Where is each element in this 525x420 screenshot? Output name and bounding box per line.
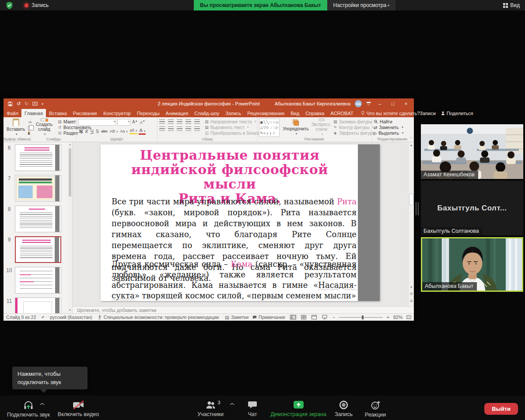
slide-thumbnail[interactable]: 6 bbox=[4, 144, 72, 171]
font-color-button[interactable]: А bbox=[139, 128, 146, 135]
view-settings-button[interactable]: Настройки просмотра bbox=[327, 0, 396, 10]
join-audio-button[interactable]: Подключить звук bbox=[4, 400, 52, 418]
previous-slide-button[interactable]: ⇈ bbox=[409, 292, 414, 296]
ribbon-display-options-icon[interactable] bbox=[366, 102, 371, 106]
align-left-button[interactable] bbox=[159, 126, 165, 131]
increase-indent-button[interactable] bbox=[186, 119, 191, 124]
font-size-combobox[interactable] bbox=[117, 119, 130, 126]
justify-button[interactable] bbox=[186, 126, 191, 131]
audio-options-chevron[interactable] bbox=[39, 402, 45, 406]
tab-review[interactable]: Рецензирование bbox=[244, 109, 287, 117]
slide-sorter-view-button[interactable] bbox=[300, 315, 308, 320]
columns-button[interactable] bbox=[194, 126, 200, 131]
account-name[interactable]: Абылханова Бакыт Киргизгалиевна bbox=[275, 101, 350, 106]
quick-styles-button[interactable]: Экспресс-стили bbox=[312, 119, 331, 136]
italic-button[interactable]: К bbox=[85, 129, 88, 134]
participant-tile-no-video[interactable]: Бахытгуль Солт... Бахытгуль Солтанова bbox=[421, 181, 523, 235]
tab-record[interactable]: Запись bbox=[222, 109, 244, 117]
paste-button[interactable]: Вставить bbox=[5, 119, 26, 136]
arrange-button[interactable]: Упорядочить bbox=[281, 119, 310, 136]
slide-thumbnail[interactable]: 10 bbox=[4, 267, 72, 294]
reading-view-button[interactable] bbox=[310, 315, 318, 320]
select-button[interactable]: ▷Выделить bbox=[374, 131, 403, 136]
slide-paragraph-2[interactable]: Другая космическая сила – Кама (санскр. … bbox=[112, 259, 357, 301]
undo-icon[interactable]: ↺ bbox=[17, 102, 21, 106]
customize-qat-icon[interactable]: ▾ bbox=[42, 102, 43, 105]
tab-help[interactable]: Справка bbox=[302, 109, 327, 117]
tab-acrobat[interactable]: ACROBAT bbox=[327, 109, 356, 117]
participant-video-tile-active-speaker[interactable]: Абылханова Бакыт bbox=[421, 237, 523, 292]
accessibility-check[interactable]: Специальные возможности: проверьте реком… bbox=[98, 315, 219, 320]
share-screen-button[interactable]: Демонстрация экрана bbox=[266, 400, 331, 417]
zoom-slider-thumb[interactable] bbox=[362, 315, 364, 319]
security-shield-icon[interactable] bbox=[6, 1, 13, 10]
language-indicator[interactable]: русский (Казахстан) bbox=[50, 315, 92, 320]
zoom-out-button[interactable]: − bbox=[332, 315, 335, 320]
bold-button[interactable]: Ж bbox=[78, 129, 84, 134]
zoom-in-button[interactable]: + bbox=[387, 315, 389, 320]
record-button[interactable]: Запись bbox=[332, 400, 356, 417]
highlight-color-button[interactable]: аб bbox=[130, 128, 138, 134]
shapes-gallery[interactable]: ▣╲╲□○▭ △▽◇→↓▷ ✎∿{}☆ bbox=[259, 119, 280, 137]
grow-font-button[interactable]: А▲ bbox=[132, 119, 138, 125]
tab-slideshow[interactable]: Слайд-шоу bbox=[191, 109, 222, 117]
reactions-button[interactable]: Реакции bbox=[361, 400, 389, 418]
tab-animations[interactable]: Анимация bbox=[163, 109, 192, 117]
tab-view[interactable]: Вид bbox=[287, 109, 302, 117]
save-icon[interactable] bbox=[8, 102, 13, 106]
slide-thumbnail[interactable]: 7 bbox=[4, 175, 72, 202]
notes-toggle[interactable]: ▤Заметки bbox=[225, 315, 248, 320]
tab-transitions[interactable]: Переходы bbox=[134, 109, 163, 117]
decrease-indent-button[interactable] bbox=[177, 119, 182, 124]
line-spacing-button[interactable] bbox=[194, 119, 200, 124]
next-slide-button[interactable]: ⇊ bbox=[409, 299, 414, 303]
scroll-down-icon[interactable]: ▼ bbox=[409, 286, 414, 289]
thumbnail-scrollbar[interactable]: ▲ ▼ bbox=[68, 142, 72, 313]
slideshow-view-button[interactable] bbox=[321, 315, 329, 320]
new-slide-button[interactable]: Создать слайд bbox=[33, 119, 56, 136]
zoom-level[interactable]: 82% bbox=[393, 315, 402, 320]
scroll-up-icon[interactable]: ▲ bbox=[409, 144, 414, 147]
slide-canvas[interactable]: Центральные понятия индийской филсоофско… bbox=[101, 144, 380, 301]
underline-button[interactable]: Ч bbox=[90, 129, 94, 134]
slide-thumbnail[interactable]: 11 bbox=[4, 298, 72, 313]
shrink-font-button[interactable]: А▼ bbox=[140, 120, 146, 125]
numbering-button[interactable] bbox=[168, 119, 174, 124]
start-slideshow-icon[interactable] bbox=[32, 102, 38, 106]
notes-pane[interactable]: Щелкните, чтобы добавить заметки bbox=[73, 306, 414, 313]
slide-thumbnail-selected[interactable]: 9 bbox=[4, 236, 72, 263]
start-video-button[interactable]: Включить видео bbox=[55, 400, 102, 417]
spellcheck-icon[interactable]: ✔ bbox=[42, 315, 45, 319]
panel-resize-handle[interactable] bbox=[416, 202, 419, 215]
tab-file[interactable]: Файл bbox=[4, 109, 21, 117]
normal-view-button[interactable] bbox=[289, 315, 297, 320]
bullets-button[interactable] bbox=[159, 119, 165, 124]
records-button[interactable]: Записи bbox=[420, 111, 436, 116]
slide-editor-area[interactable]: Центральные понятия индийской филсоофско… bbox=[73, 142, 414, 306]
tell-me-box[interactable]: Что вы хотите сделать? bbox=[361, 111, 420, 116]
minimize-button[interactable]: – bbox=[375, 101, 384, 106]
scroll-up-icon[interactable]: ▲ bbox=[68, 143, 72, 146]
tab-design[interactable]: Конструктор bbox=[100, 109, 134, 117]
scroll-down-icon[interactable]: ▼ bbox=[68, 309, 72, 312]
character-spacing-button[interactable]: АВ bbox=[109, 129, 119, 134]
participants-button[interactable]: 3 Участники bbox=[195, 400, 226, 417]
share-button[interactable]: Поделиться bbox=[441, 111, 473, 116]
scrollbar-thumb[interactable] bbox=[69, 148, 71, 196]
restore-button[interactable]: □ bbox=[388, 101, 397, 106]
chat-button[interactable]: Чат bbox=[242, 400, 263, 417]
collapse-ribbon-icon[interactable]: ⌃ bbox=[410, 137, 413, 141]
tab-insert[interactable]: Вставка bbox=[46, 109, 70, 117]
align-right-button[interactable] bbox=[177, 126, 182, 131]
zoom-slider[interactable] bbox=[339, 317, 383, 318]
text-shadow-button[interactable]: S bbox=[95, 129, 99, 134]
account-avatar[interactable]: АБ bbox=[355, 100, 362, 107]
font-name-combobox[interactable] bbox=[78, 119, 116, 126]
change-case-button[interactable]: Аа bbox=[119, 129, 128, 134]
fit-to-window-icon[interactable] bbox=[406, 315, 411, 319]
participants-options-chevron[interactable] bbox=[229, 402, 235, 406]
align-center-button[interactable] bbox=[168, 126, 174, 131]
find-button[interactable]: Найти bbox=[374, 119, 403, 124]
redo-icon[interactable]: ↻ bbox=[24, 102, 28, 106]
view-button[interactable]: Вид bbox=[503, 0, 520, 10]
